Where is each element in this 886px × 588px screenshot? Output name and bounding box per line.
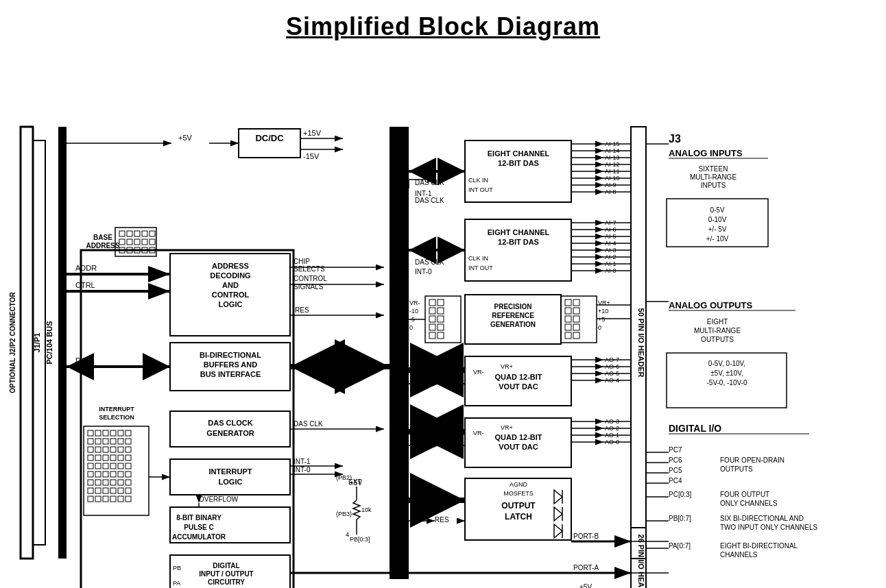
pulse-accum-label2: PULSE C — [184, 524, 213, 531]
addr-decode-label5: LOGIC — [219, 300, 243, 308]
svg-rect-53 — [103, 439, 108, 444]
svg-rect-136 — [429, 324, 435, 330]
svg-rect-78 — [110, 471, 116, 477]
svg-rect-65 — [103, 455, 108, 461]
svg-rect-88 — [95, 488, 101, 493]
svg-rect-96 — [110, 496, 116, 502]
base-address-label: BASE — [93, 234, 112, 241]
svg-rect-83 — [103, 480, 108, 485]
precision-label1: PRECISION — [494, 303, 531, 310]
chip-selects-label: CHIP — [294, 258, 310, 265]
svg-rect-48 — [110, 430, 116, 436]
svg-rect-57 — [88, 447, 93, 452]
svg-rect-55 — [118, 439, 123, 444]
dac2-label2: VOUT DAC — [499, 443, 538, 451]
pc104-label: PC/104 BUS — [45, 321, 53, 365]
das1-label2: 12-BIT DAS — [498, 159, 539, 167]
svg-rect-149 — [565, 332, 571, 339]
svg-rect-18 — [149, 239, 155, 245]
output-latch-label2: LATCH — [505, 512, 532, 522]
svg-rect-87 — [88, 488, 93, 493]
svg-rect-71 — [103, 463, 108, 469]
svg-rect-72 — [110, 463, 116, 469]
eight-label3: OUTPUTS — [701, 336, 734, 343]
svg-rect-73 — [118, 463, 123, 469]
svg-rect-11 — [134, 231, 140, 236]
svg-rect-60 — [110, 447, 116, 452]
eight-label1: EIGHT — [707, 318, 728, 326]
digital-io-label2: INPUT / OUTPUT — [199, 570, 253, 578]
svg-rect-12 — [142, 231, 147, 236]
svg-rect-142 — [573, 299, 579, 306]
chip-selects-label2: SELECTS — [294, 265, 325, 273]
analog-outputs-title: ANALOG OUTPUTS — [669, 300, 752, 310]
10k-label: 10k — [361, 506, 372, 513]
svg-rect-90 — [110, 488, 116, 493]
svg-rect-146 — [573, 316, 579, 322]
svg-rect-145 — [565, 316, 571, 322]
digital-io-label1: DIGITAL — [213, 562, 239, 569]
das-clk3-label: DAS CLK — [415, 258, 444, 266]
res-dac2-label: RES — [439, 441, 453, 448]
pc7-label: PC7 — [669, 446, 682, 454]
interrupt-sel-label2: SELECTION — [99, 414, 134, 421]
digital-io-title: DIGITAL I/O — [669, 423, 721, 434]
precision-label2: REFERENCE — [492, 312, 534, 319]
addr-decode-label2: DECODING — [210, 271, 250, 280]
plus10-label: +10 — [598, 308, 608, 315]
svg-rect-135 — [438, 316, 444, 322]
res-label-addr: RES — [295, 306, 309, 314]
svg-rect-14 — [119, 239, 125, 245]
addr-decode-label3: AND — [222, 281, 239, 289]
svg-rect-16 — [134, 239, 140, 245]
bidir-label3: BUS INTERFACE — [200, 370, 261, 378]
svg-rect-45 — [88, 430, 93, 436]
svg-rect-138 — [429, 332, 435, 339]
svg-rect-148 — [573, 324, 579, 330]
res-dac1-label: RES — [439, 379, 453, 387]
svg-rect-85 — [118, 480, 123, 485]
port-a-label: PORT-A — [573, 564, 599, 572]
addr-label: ADDR — [75, 264, 97, 272]
pulse-accum-label3: ACCUMULATOR — [172, 533, 226, 541]
svg-rect-129 — [425, 296, 461, 343]
vrplus-dac1-label: VR+ — [501, 363, 513, 370]
svg-rect-47 — [103, 430, 108, 436]
svg-marker-174 — [554, 507, 562, 521]
dac1-label1: QUAD 12-BIT — [494, 373, 542, 381]
addr-decode-label1: ADDRESS — [212, 262, 249, 270]
v-range-out3: -5V-0, -10V-0 — [707, 379, 747, 387]
svg-rect-131 — [438, 299, 444, 306]
svg-rect-46 — [95, 430, 101, 436]
v-range-in1: 0-5V — [710, 206, 724, 214]
svg-rect-58 — [95, 447, 101, 452]
eight-label2: MULTI-RANGE — [694, 327, 741, 334]
port-b-label: PORT-B — [573, 532, 599, 540]
four-open-drain-label2: OUTPUTS — [720, 465, 753, 473]
sixteen-label3: INPUTS — [701, 182, 726, 189]
svg-rect-130 — [429, 299, 435, 306]
dcdc-label: DC/DC — [255, 133, 284, 143]
svg-rect-41 — [170, 459, 290, 495]
svg-rect-15 — [127, 239, 132, 245]
svg-marker-176 — [554, 524, 562, 538]
svg-rect-62 — [125, 447, 131, 452]
clk-in-label1: CLK IN — [468, 177, 488, 184]
svg-rect-50 — [125, 430, 131, 436]
svg-rect-137 — [438, 324, 444, 330]
svg-rect-52 — [95, 439, 101, 444]
vr-dac2-label: VR- — [473, 430, 484, 437]
svg-rect-8 — [115, 228, 156, 256]
svg-rect-93 — [88, 496, 93, 502]
plus5v-label: +5V — [178, 134, 193, 142]
dac2-label1: QUAD 12-BIT — [494, 433, 542, 441]
svg-rect-95 — [103, 496, 108, 502]
svg-rect-132 — [429, 308, 435, 314]
pulse-accum-label1: 8-BIT BINARY — [176, 514, 222, 522]
pc5-label: PC5 — [669, 467, 682, 474]
plus5v-res-label: +5V — [350, 479, 362, 487]
interrupt-logic-label1: INTERRUPT — [209, 467, 252, 476]
svg-rect-9 — [119, 231, 125, 236]
precision-label3: GENERATION — [490, 321, 536, 328]
minus15v-label: -15V — [303, 152, 320, 160]
